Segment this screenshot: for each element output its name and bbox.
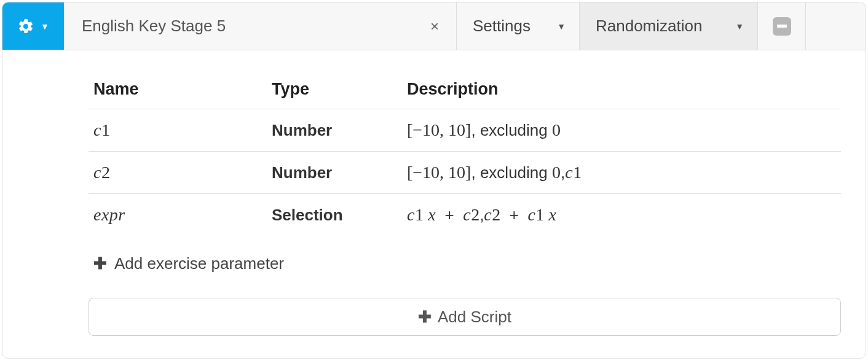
collapse-button[interactable] [773, 17, 791, 36]
table-row[interactable]: exprSelectionc1 x + c2,c2 + c1 x [89, 194, 841, 236]
gear-dropdown[interactable]: ▼ [2, 2, 64, 50]
header-description: Description [402, 74, 841, 109]
collapse-cell [757, 2, 805, 50]
param-type: Number [267, 152, 402, 194]
plus-icon: ✚ [418, 308, 432, 327]
gear-icon [17, 18, 34, 35]
caret-down-icon: ▼ [735, 21, 744, 31]
settings-dropdown[interactable]: Settings ▼ [456, 2, 579, 50]
caret-down-icon: ▼ [557, 21, 566, 31]
panel-body: Name Type Description c1Number[−10, 10],… [64, 50, 866, 358]
param-description: [−10, 10], excluding 0 [402, 109, 841, 152]
randomization-label: Randomization [596, 17, 702, 36]
title-text: English Key Stage 5 [82, 17, 413, 36]
param-type: Selection [267, 194, 402, 236]
param-name: c1 [89, 109, 267, 152]
toolbar: ▼ English Key Stage 5 × Settings ▼ Rando… [2, 2, 866, 50]
parameters-table: Name Type Description c1Number[−10, 10],… [89, 74, 841, 236]
param-description: [−10, 10], excluding 0,c1 [402, 152, 841, 194]
caret-down-icon: ▼ [41, 21, 49, 31]
add-script-label: Add Script [438, 308, 511, 327]
table-row[interactable]: c1Number[−10, 10], excluding 0 [89, 109, 841, 152]
plus-icon: ✚ [93, 254, 107, 273]
param-name: expr [89, 194, 267, 236]
table-row[interactable]: c2Number[−10, 10], excluding 0,c1 [89, 152, 841, 194]
param-description: c1 x + c2,c2 + c1 x [402, 194, 841, 236]
title-input[interactable]: English Key Stage 5 × [64, 2, 456, 50]
randomization-dropdown[interactable]: Randomization ▼ [579, 2, 757, 50]
header-name: Name [89, 74, 267, 109]
minus-icon [777, 25, 787, 28]
add-parameter-button[interactable]: ✚ Add exercise parameter [93, 254, 841, 273]
parameters-tbody: c1Number[−10, 10], excluding 0c2Number[−… [89, 109, 841, 236]
panel: ▼ English Key Stage 5 × Settings ▼ Rando… [2, 2, 866, 359]
toolbar-spacer [805, 2, 866, 50]
clear-title-button[interactable]: × [413, 18, 456, 35]
param-name: c2 [89, 152, 267, 194]
settings-label: Settings [473, 17, 531, 36]
add-script-button[interactable]: ✚ Add Script [89, 298, 841, 336]
header-type: Type [267, 74, 402, 109]
add-parameter-label: Add exercise parameter [114, 254, 284, 273]
param-type: Number [267, 109, 402, 152]
